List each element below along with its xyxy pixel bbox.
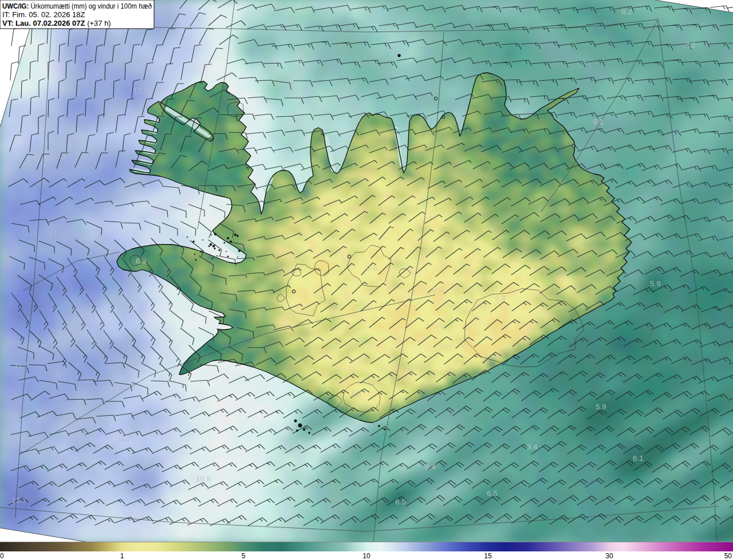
svg-text:9.1: 9.1 <box>593 117 604 126</box>
svg-text:11.9: 11.9 <box>14 361 29 369</box>
svg-text:VT: Lau. 07.02.2026 07Z (+37 h: VT: Lau. 07.02.2026 07Z (+37 h) <box>2 19 111 27</box>
svg-text:1.3: 1.3 <box>350 389 361 398</box>
svg-text:12.0: 12.0 <box>159 18 174 26</box>
svg-text:11.7: 11.7 <box>117 434 132 443</box>
svg-text:12.1: 12.1 <box>49 232 64 240</box>
svg-text:12.1: 12.1 <box>133 86 148 95</box>
svg-text:5.9: 5.9 <box>650 279 661 288</box>
svg-text:IT: Fim. 05. 02. 2026 18Z: IT: Fim. 05. 02. 2026 18Z <box>2 10 85 19</box>
svg-text:5: 5 <box>242 552 246 560</box>
svg-text:6.5: 6.5 <box>487 489 498 498</box>
svg-text:30: 30 <box>605 552 613 560</box>
svg-text:12.0: 12.0 <box>50 152 65 160</box>
svg-text:6.5: 6.5 <box>395 498 406 506</box>
svg-text:9.4: 9.4 <box>527 443 538 451</box>
svg-text:15: 15 <box>484 552 492 560</box>
svg-text:9.4: 9.4 <box>425 463 436 471</box>
svg-text:UWC/IG: Úrkomumætti (mm) og vi: UWC/IG: Úrkomumætti (mm) og vindur i 100… <box>2 2 152 10</box>
svg-text:0.9: 0.9 <box>432 285 443 294</box>
svg-text:1: 1 <box>120 552 124 560</box>
svg-text:12.7: 12.7 <box>11 496 26 504</box>
svg-text:10.8: 10.8 <box>196 475 211 483</box>
svg-text:0: 0 <box>0 552 4 560</box>
svg-text:50: 50 <box>724 552 732 560</box>
svg-text:6.3: 6.3 <box>136 257 147 265</box>
svg-text:0.9: 0.9 <box>495 294 506 302</box>
svg-text:0.8: 0.8 <box>366 263 377 272</box>
svg-text:6.1: 6.1 <box>633 454 644 463</box>
svg-text:10: 10 <box>362 552 371 560</box>
svg-text:8.2: 8.2 <box>685 41 696 49</box>
svg-text:5.9: 5.9 <box>596 403 606 411</box>
svg-text:8.2: 8.2 <box>621 7 632 16</box>
